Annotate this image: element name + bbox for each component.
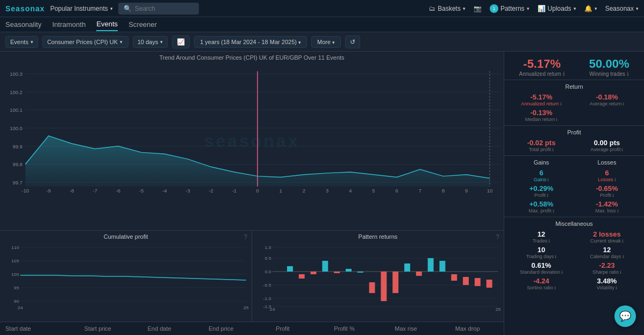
info-icon: ℹ	[614, 177, 616, 182]
nav-right: 🗂 Baskets ▾ 📷 1 Patterns ▾ 📊 Uploads ▾ 🔔…	[429, 4, 639, 13]
nav-events[interactable]: Events	[96, 18, 118, 31]
svg-text:100.0: 100.0	[10, 126, 23, 131]
date-range-value: 1 years (18 Mar 2024 - 18 Mar 2025)	[200, 39, 297, 45]
user-menu-button[interactable]: Seasonax ▾	[605, 5, 639, 12]
patterns-button[interactable]: 1 Patterns ▾	[490, 4, 529, 13]
winning-trades-label: Winning trades ℹ	[589, 71, 629, 77]
main-chart-svg: 100.3 100.2 100.1 100.0 99.9 99.8 99.7 -…	[3, 63, 501, 198]
pattern-help-icon[interactable]: ?	[496, 233, 499, 241]
refresh-button[interactable]: ↺	[345, 35, 360, 48]
user-chevron: ▾	[636, 6, 639, 11]
nav-screener[interactable]: Screener	[128, 18, 157, 31]
left-panel: Trend Around Consumer Prices (CPI) UK of…	[0, 52, 504, 335]
svg-text:1.0: 1.0	[264, 245, 271, 250]
svg-text:0: 0	[256, 189, 259, 194]
instrument-dropdown[interactable]: Consumer Prices (CPI) UK ▾	[42, 36, 128, 48]
current-streak-lbl: Current streak ℹ	[574, 238, 640, 244]
svg-text:24: 24	[18, 305, 23, 310]
current-streak-stat: 2 losses Current streak ℹ	[574, 230, 640, 244]
median-return-val: -0.13%	[509, 109, 574, 117]
svg-text:100.1: 100.1	[10, 108, 23, 113]
svg-text:2: 2	[303, 189, 305, 194]
profit-title: Profit	[509, 129, 640, 136]
gains-count-stat: 6 Gains ℹ	[509, 169, 574, 182]
refresh-icon: ↺	[350, 38, 355, 46]
svg-rect-75	[392, 272, 398, 293]
sharpe-stat: -2.23 Sharpe ratio ℹ	[574, 261, 640, 275]
cumulative-chart-title: Cumulative profit	[3, 233, 249, 240]
svg-rect-77	[416, 272, 422, 276]
col-start-price: Start price	[67, 325, 129, 332]
return-row-1: -5.17% Annualized return ℹ -0.18% Averag…	[509, 93, 640, 106]
date-range-button[interactable]: 1 years (18 Mar 2024 - 18 Mar 2025) ▾	[194, 36, 307, 48]
event-type-dropdown[interactable]: Events ▾	[5, 36, 38, 48]
main-chart-area: Trend Around Consumer Prices (CPI) UK of…	[0, 52, 504, 230]
col-end-price: End price	[190, 325, 252, 332]
trades-val: 12	[509, 230, 574, 238]
camera-button[interactable]: 📷	[474, 5, 482, 12]
svg-text:99.7: 99.7	[12, 180, 22, 186]
chat-icon: 💬	[619, 310, 631, 322]
days-dropdown[interactable]: 10 days ▾	[133, 36, 168, 48]
annualized-return-stat: -5.17% Annualized return ℹ	[509, 93, 574, 106]
losses-profit-stat: -0.65% Profit ℹ	[574, 184, 640, 198]
svg-rect-82	[475, 278, 481, 286]
info-icon: ℹ	[616, 286, 617, 290]
svg-text:-9: -9	[46, 189, 51, 194]
pattern-chart-svg: 1.0 0.5 0.0 -0.5 -1.0 -1.5 24 25	[255, 242, 501, 312]
svg-rect-66	[287, 266, 293, 272]
main-chart-title: Trend Around Consumer Prices (CPI) UK of…	[3, 54, 501, 61]
gains-losses-profit: +0.29% Profit ℹ -0.65% Profit ℹ	[509, 184, 640, 198]
nav-intramonth[interactable]: Intramonth	[52, 18, 85, 31]
info-icon: ℹ	[547, 193, 548, 198]
info-icon-annualized: ℹ	[563, 71, 565, 77]
svg-text:100.3: 100.3	[10, 72, 23, 77]
sortino-lbl: Sortino ratio ℹ	[509, 285, 574, 290]
search-input[interactable]	[135, 5, 194, 12]
uploads-button[interactable]: 📊 Uploads ▾	[538, 5, 576, 12]
chat-button[interactable]: 💬	[614, 305, 636, 327]
return-section: Return -5.17% Annualized return ℹ -0.18%…	[504, 80, 644, 125]
chart-type-button[interactable]: 📈	[172, 35, 190, 48]
std-dev-val: 0.61%	[509, 261, 574, 269]
col-max-drop: Max drop	[437, 325, 498, 332]
baskets-button[interactable]: 🗂 Baskets ▾	[429, 5, 466, 12]
return-title: Return	[509, 83, 640, 90]
gains-losses-header: Gains Losses	[509, 159, 640, 169]
trading-days-lbl: Trading days ℹ	[509, 254, 574, 259]
patterns-badge: 1	[490, 4, 498, 13]
svg-text:25: 25	[496, 307, 501, 312]
nav-seasonality[interactable]: Seasonality	[5, 18, 41, 31]
svg-text:-10: -10	[22, 189, 29, 194]
gains-max-val: +0.58%	[509, 200, 574, 208]
chart-type-icon: 📈	[177, 38, 185, 46]
gains-max-stat: +0.58% Max. profit ℹ	[509, 200, 574, 213]
notifications-button[interactable]: 🔔 ▾	[584, 5, 597, 12]
top-nav: Seasonax Popular Instruments ▾ 🔍 🗂 Baske…	[0, 0, 644, 17]
svg-rect-83	[486, 280, 492, 288]
more-button[interactable]: More ▾	[311, 36, 341, 48]
profit-row: -0.02 pts Total profit ℹ 0.00 pts Averag…	[509, 139, 640, 152]
more-label: More	[317, 39, 331, 45]
svg-text:24: 24	[270, 307, 275, 312]
median-return-lbl: Median return ℹ	[509, 117, 574, 122]
bottom-charts: Cumulative profit ? 110 105 100 95 90 24…	[0, 230, 504, 322]
misc-section: Miscellaneous 12 Trades ℹ 2 losses Curre…	[504, 217, 644, 294]
info-icon: ℹ	[556, 117, 557, 122]
ann-return-lbl: Annualized return ℹ	[509, 101, 574, 106]
winning-trades-value: 50.00%	[589, 57, 629, 71]
popular-instruments-menu[interactable]: Popular Instruments ▾	[50, 5, 112, 12]
cumulative-help-icon[interactable]: ?	[244, 233, 247, 241]
gains-losses-count: 6 Gains ℹ 6 Losses ℹ	[509, 169, 640, 182]
info-icon: ℹ	[560, 102, 562, 106]
svg-text:6: 6	[396, 189, 398, 194]
info-icon: ℹ	[620, 270, 621, 275]
misc-row-3: 0.61% Standard deviation ℹ -2.23 Sharpe …	[509, 261, 640, 275]
gains-title: Gains	[509, 159, 574, 169]
event-type-value: Events	[10, 39, 28, 45]
right-panel: -5.17% Annualized return ℹ 50.00% Winnin…	[504, 52, 644, 335]
svg-rect-81	[463, 277, 469, 285]
avg-profit-stat: 0.00 pts Average profit ℹ	[574, 139, 640, 152]
svg-rect-80	[451, 274, 457, 281]
gains-profit-val: +0.29%	[509, 184, 574, 193]
